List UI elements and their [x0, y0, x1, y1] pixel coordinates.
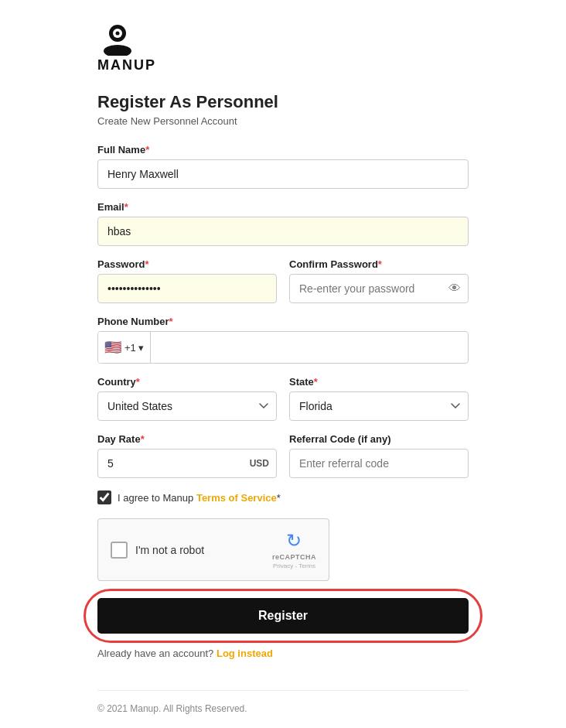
svg-point-3 — [104, 45, 131, 56]
email-label: Email* — [97, 201, 469, 213]
login-link[interactable]: Log instead — [217, 648, 273, 659]
phone-group: Phone Number* 🇺🇸 +1 ▾ — [97, 316, 469, 364]
page-subtitle: Create New Personnel Account — [97, 115, 469, 127]
captcha-logo-area: ↻ reCAPTCHA Privacy - Terms — [272, 530, 316, 569]
tos-checkbox[interactable] — [97, 490, 111, 504]
logo-text: MANUP — [97, 57, 156, 73]
svg-point-2 — [116, 32, 120, 36]
captcha-label: I'm not a robot — [135, 544, 204, 556]
fullname-label: Full Name* — [97, 144, 469, 156]
country-state-row: Country* United States Canada United Kin… — [97, 376, 469, 421]
page-title: Register As Personnel — [97, 92, 469, 112]
phone-input-wrap: 🇺🇸 +1 ▾ — [97, 331, 469, 364]
fullname-input[interactable] — [97, 159, 469, 189]
dayrate-wrap: USD — [97, 449, 277, 478]
phone-code: +1 ▾ — [124, 342, 144, 354]
dayrate-group: Day Rate* USD — [97, 433, 277, 478]
register-button[interactable]: Register — [97, 598, 469, 634]
flag-emoji: 🇺🇸 — [104, 339, 121, 356]
password-row: Password* Confirm Password* 👁 — [97, 258, 469, 303]
country-group: Country* United States Canada United Kin… — [97, 376, 277, 421]
referral-label: Referral Code (if any) — [289, 433, 469, 445]
logo-area: MANUP — [97, 23, 469, 73]
password-group: Password* — [97, 258, 277, 303]
fullname-group: Full Name* — [97, 144, 469, 189]
register-btn-container: Register — [97, 598, 469, 634]
phone-flag-selector[interactable]: 🇺🇸 +1 ▾ — [98, 332, 151, 363]
tos-row: I agree to Manup Terms of Service* — [97, 490, 469, 504]
captcha-left: I'm not a robot — [111, 542, 204, 559]
recaptcha-sub: Privacy - Terms — [273, 562, 315, 569]
confirm-password-wrap: 👁 — [289, 274, 469, 303]
footer-text: © 2021 Manup. All Rights Reserved. — [97, 703, 247, 714]
captcha-checkbox[interactable] — [111, 542, 128, 559]
confirm-password-label: Confirm Password* — [289, 258, 469, 270]
confirm-password-input[interactable] — [289, 274, 469, 303]
state-select[interactable]: Florida California New York Texas — [289, 391, 469, 421]
email-group: Email* — [97, 201, 469, 246]
recaptcha-icon: ↻ — [286, 530, 302, 552]
state-label: State* — [289, 376, 469, 388]
phone-label: Phone Number* — [97, 316, 469, 327]
dayrate-input[interactable] — [97, 449, 277, 478]
password-wrap — [97, 274, 277, 303]
tos-text: I agree to Manup Terms of Service* — [118, 492, 281, 504]
email-input[interactable] — [97, 217, 469, 246]
password-input[interactable] — [97, 274, 277, 303]
captcha-box[interactable]: I'm not a robot ↻ reCAPTCHA Privacy - Te… — [97, 518, 329, 581]
manup-logo-icon — [97, 23, 138, 56]
tos-link[interactable]: Terms of Service — [196, 492, 277, 504]
password-label: Password* — [97, 258, 277, 270]
referral-input[interactable] — [289, 449, 469, 478]
state-group: State* Florida California New York Texas — [289, 376, 469, 421]
dayrate-referral-row: Day Rate* USD Referral Code (if any) — [97, 433, 469, 478]
country-select[interactable]: United States Canada United Kingdom Aust… — [97, 391, 277, 421]
referral-group: Referral Code (if any) — [289, 433, 469, 478]
footer: © 2021 Manup. All Rights Reserved. — [97, 690, 469, 714]
phone-input[interactable] — [151, 333, 468, 361]
eye-icon[interactable]: 👁 — [448, 282, 461, 296]
dayrate-label: Day Rate* — [97, 433, 277, 445]
country-label: Country* — [97, 376, 277, 388]
confirm-password-group: Confirm Password* 👁 — [289, 258, 469, 303]
already-account-text: Already have an account? Log instead — [97, 648, 469, 659]
recaptcha-brand: reCAPTCHA — [272, 553, 316, 561]
